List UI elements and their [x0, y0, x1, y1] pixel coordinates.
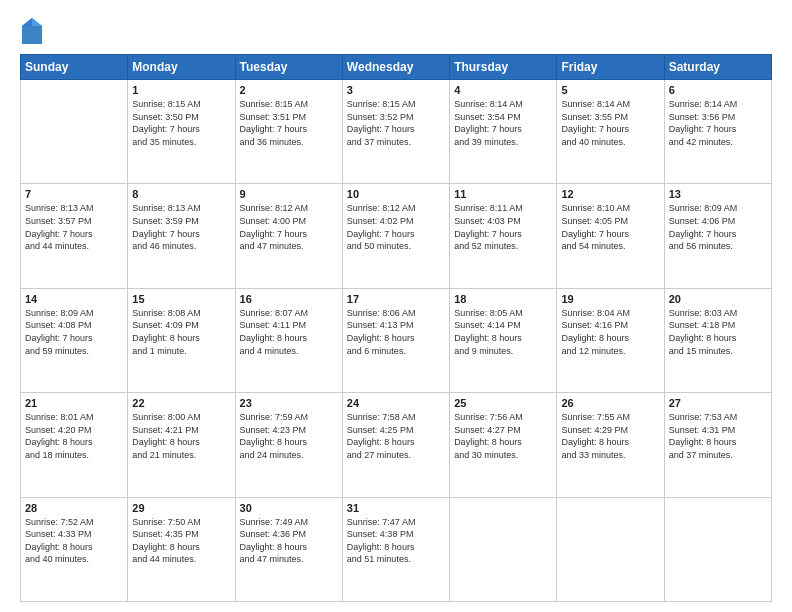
day-number: 29 — [132, 502, 230, 514]
day-cell: 27Sunrise: 7:53 AM Sunset: 4:31 PM Dayli… — [664, 393, 771, 497]
day-cell — [664, 497, 771, 601]
day-info: Sunrise: 8:03 AM Sunset: 4:18 PM Dayligh… — [669, 307, 767, 357]
day-cell: 21Sunrise: 8:01 AM Sunset: 4:20 PM Dayli… — [21, 393, 128, 497]
day-info: Sunrise: 8:14 AM Sunset: 3:54 PM Dayligh… — [454, 98, 552, 148]
day-number: 28 — [25, 502, 123, 514]
weekday-header-saturday: Saturday — [664, 55, 771, 80]
day-number: 7 — [25, 188, 123, 200]
day-cell: 1Sunrise: 8:15 AM Sunset: 3:50 PM Daylig… — [128, 80, 235, 184]
weekday-header-wednesday: Wednesday — [342, 55, 449, 80]
day-info: Sunrise: 8:09 AM Sunset: 4:06 PM Dayligh… — [669, 202, 767, 252]
day-number: 13 — [669, 188, 767, 200]
day-number: 31 — [347, 502, 445, 514]
header — [20, 16, 772, 46]
day-cell — [21, 80, 128, 184]
day-info: Sunrise: 7:53 AM Sunset: 4:31 PM Dayligh… — [669, 411, 767, 461]
day-cell: 14Sunrise: 8:09 AM Sunset: 4:08 PM Dayli… — [21, 288, 128, 392]
day-info: Sunrise: 8:14 AM Sunset: 3:55 PM Dayligh… — [561, 98, 659, 148]
logo-icon — [20, 16, 44, 46]
day-number: 6 — [669, 84, 767, 96]
page: SundayMondayTuesdayWednesdayThursdayFrid… — [0, 0, 792, 612]
day-number: 25 — [454, 397, 552, 409]
day-info: Sunrise: 8:05 AM Sunset: 4:14 PM Dayligh… — [454, 307, 552, 357]
day-cell: 2Sunrise: 8:15 AM Sunset: 3:51 PM Daylig… — [235, 80, 342, 184]
day-cell: 24Sunrise: 7:58 AM Sunset: 4:25 PM Dayli… — [342, 393, 449, 497]
day-cell: 31Sunrise: 7:47 AM Sunset: 4:38 PM Dayli… — [342, 497, 449, 601]
day-number: 10 — [347, 188, 445, 200]
day-number: 27 — [669, 397, 767, 409]
day-cell: 13Sunrise: 8:09 AM Sunset: 4:06 PM Dayli… — [664, 184, 771, 288]
day-number: 14 — [25, 293, 123, 305]
day-info: Sunrise: 7:59 AM Sunset: 4:23 PM Dayligh… — [240, 411, 338, 461]
day-info: Sunrise: 8:15 AM Sunset: 3:50 PM Dayligh… — [132, 98, 230, 148]
day-cell: 29Sunrise: 7:50 AM Sunset: 4:35 PM Dayli… — [128, 497, 235, 601]
day-cell: 9Sunrise: 8:12 AM Sunset: 4:00 PM Daylig… — [235, 184, 342, 288]
day-info: Sunrise: 8:00 AM Sunset: 4:21 PM Dayligh… — [132, 411, 230, 461]
day-cell: 11Sunrise: 8:11 AM Sunset: 4:03 PM Dayli… — [450, 184, 557, 288]
day-info: Sunrise: 8:10 AM Sunset: 4:05 PM Dayligh… — [561, 202, 659, 252]
day-info: Sunrise: 8:09 AM Sunset: 4:08 PM Dayligh… — [25, 307, 123, 357]
day-cell: 20Sunrise: 8:03 AM Sunset: 4:18 PM Dayli… — [664, 288, 771, 392]
day-cell: 7Sunrise: 8:13 AM Sunset: 3:57 PM Daylig… — [21, 184, 128, 288]
day-number: 26 — [561, 397, 659, 409]
day-cell: 22Sunrise: 8:00 AM Sunset: 4:21 PM Dayli… — [128, 393, 235, 497]
day-info: Sunrise: 8:08 AM Sunset: 4:09 PM Dayligh… — [132, 307, 230, 357]
day-number: 2 — [240, 84, 338, 96]
day-cell: 30Sunrise: 7:49 AM Sunset: 4:36 PM Dayli… — [235, 497, 342, 601]
day-info: Sunrise: 8:07 AM Sunset: 4:11 PM Dayligh… — [240, 307, 338, 357]
calendar: SundayMondayTuesdayWednesdayThursdayFrid… — [20, 54, 772, 602]
week-row-3: 14Sunrise: 8:09 AM Sunset: 4:08 PM Dayli… — [21, 288, 772, 392]
day-cell: 15Sunrise: 8:08 AM Sunset: 4:09 PM Dayli… — [128, 288, 235, 392]
day-cell: 10Sunrise: 8:12 AM Sunset: 4:02 PM Dayli… — [342, 184, 449, 288]
day-cell: 19Sunrise: 8:04 AM Sunset: 4:16 PM Dayli… — [557, 288, 664, 392]
day-cell: 4Sunrise: 8:14 AM Sunset: 3:54 PM Daylig… — [450, 80, 557, 184]
day-number: 21 — [25, 397, 123, 409]
day-info: Sunrise: 8:15 AM Sunset: 3:51 PM Dayligh… — [240, 98, 338, 148]
day-cell — [450, 497, 557, 601]
day-info: Sunrise: 8:01 AM Sunset: 4:20 PM Dayligh… — [25, 411, 123, 461]
day-info: Sunrise: 7:49 AM Sunset: 4:36 PM Dayligh… — [240, 516, 338, 566]
day-number: 20 — [669, 293, 767, 305]
day-info: Sunrise: 8:04 AM Sunset: 4:16 PM Dayligh… — [561, 307, 659, 357]
day-number: 12 — [561, 188, 659, 200]
day-cell: 17Sunrise: 8:06 AM Sunset: 4:13 PM Dayli… — [342, 288, 449, 392]
day-cell: 5Sunrise: 8:14 AM Sunset: 3:55 PM Daylig… — [557, 80, 664, 184]
day-info: Sunrise: 8:12 AM Sunset: 4:00 PM Dayligh… — [240, 202, 338, 252]
day-number: 24 — [347, 397, 445, 409]
day-info: Sunrise: 7:56 AM Sunset: 4:27 PM Dayligh… — [454, 411, 552, 461]
day-number: 15 — [132, 293, 230, 305]
day-number: 17 — [347, 293, 445, 305]
logo — [20, 16, 48, 46]
weekday-header-friday: Friday — [557, 55, 664, 80]
day-info: Sunrise: 8:11 AM Sunset: 4:03 PM Dayligh… — [454, 202, 552, 252]
day-info: Sunrise: 7:55 AM Sunset: 4:29 PM Dayligh… — [561, 411, 659, 461]
weekday-header-tuesday: Tuesday — [235, 55, 342, 80]
day-number: 1 — [132, 84, 230, 96]
day-number: 9 — [240, 188, 338, 200]
day-info: Sunrise: 8:15 AM Sunset: 3:52 PM Dayligh… — [347, 98, 445, 148]
weekday-header-sunday: Sunday — [21, 55, 128, 80]
day-info: Sunrise: 8:13 AM Sunset: 3:57 PM Dayligh… — [25, 202, 123, 252]
day-info: Sunrise: 7:47 AM Sunset: 4:38 PM Dayligh… — [347, 516, 445, 566]
weekday-header-thursday: Thursday — [450, 55, 557, 80]
day-number: 22 — [132, 397, 230, 409]
day-number: 18 — [454, 293, 552, 305]
day-info: Sunrise: 8:06 AM Sunset: 4:13 PM Dayligh… — [347, 307, 445, 357]
day-cell: 12Sunrise: 8:10 AM Sunset: 4:05 PM Dayli… — [557, 184, 664, 288]
day-info: Sunrise: 7:52 AM Sunset: 4:33 PM Dayligh… — [25, 516, 123, 566]
day-number: 8 — [132, 188, 230, 200]
weekday-header-monday: Monday — [128, 55, 235, 80]
day-number: 11 — [454, 188, 552, 200]
day-number: 16 — [240, 293, 338, 305]
day-info: Sunrise: 7:58 AM Sunset: 4:25 PM Dayligh… — [347, 411, 445, 461]
day-cell: 26Sunrise: 7:55 AM Sunset: 4:29 PM Dayli… — [557, 393, 664, 497]
week-row-4: 21Sunrise: 8:01 AM Sunset: 4:20 PM Dayli… — [21, 393, 772, 497]
day-cell: 3Sunrise: 8:15 AM Sunset: 3:52 PM Daylig… — [342, 80, 449, 184]
day-number: 5 — [561, 84, 659, 96]
week-row-5: 28Sunrise: 7:52 AM Sunset: 4:33 PM Dayli… — [21, 497, 772, 601]
day-info: Sunrise: 8:14 AM Sunset: 3:56 PM Dayligh… — [669, 98, 767, 148]
day-cell: 16Sunrise: 8:07 AM Sunset: 4:11 PM Dayli… — [235, 288, 342, 392]
day-cell: 23Sunrise: 7:59 AM Sunset: 4:23 PM Dayli… — [235, 393, 342, 497]
day-info: Sunrise: 8:13 AM Sunset: 3:59 PM Dayligh… — [132, 202, 230, 252]
day-cell: 6Sunrise: 8:14 AM Sunset: 3:56 PM Daylig… — [664, 80, 771, 184]
